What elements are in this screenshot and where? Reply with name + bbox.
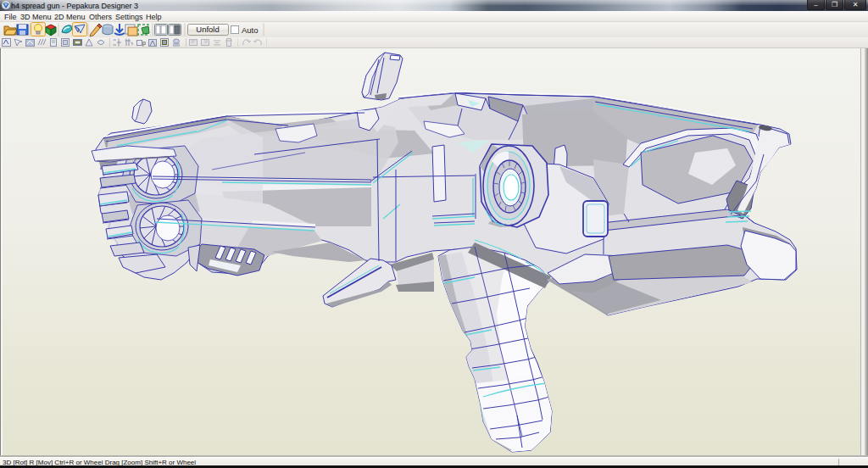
svg-text:p: p bbox=[142, 40, 146, 47]
svg-text:Auto: Auto bbox=[242, 25, 259, 35]
svg-text:Unfold: Unfold bbox=[196, 25, 219, 34]
